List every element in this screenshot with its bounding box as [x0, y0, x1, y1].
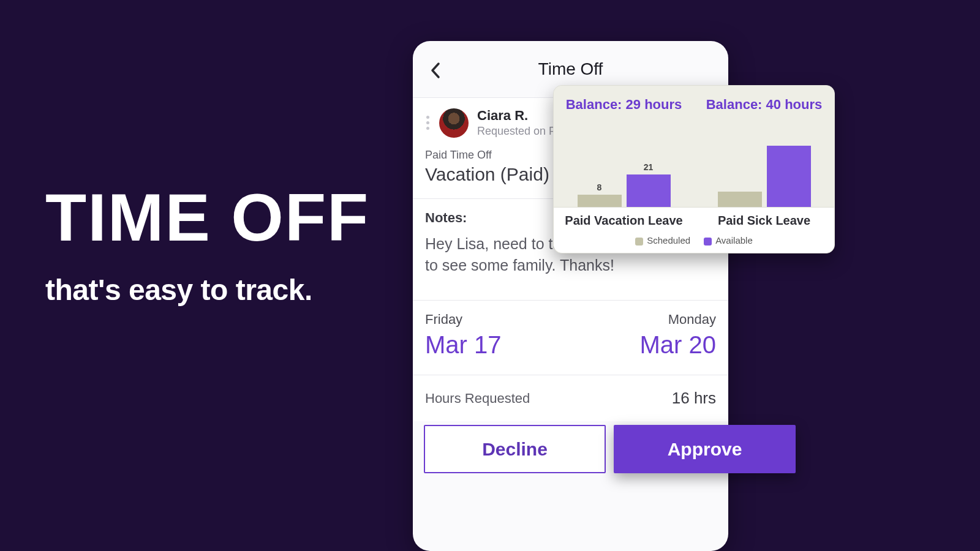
action-buttons: Decline Approve — [424, 425, 796, 473]
start-date-col: Friday Mar 17 — [425, 312, 502, 359]
start-dow: Friday — [425, 312, 502, 328]
hours-value: 16 hrs — [672, 389, 716, 408]
balance-col: Balance: 40 hours — [694, 86, 834, 207]
balance-title: Balance: 29 hours — [566, 97, 682, 113]
balance-bars — [694, 137, 834, 207]
bar-value-label: 21 — [644, 162, 654, 172]
end-date: Mar 20 — [640, 331, 717, 359]
bar-scheduled — [718, 192, 762, 207]
balance-name: Paid Vacation Leave — [554, 214, 694, 228]
balance-footer: Paid Vacation LeavePaid Sick Leave Sched… — [554, 208, 834, 253]
page-title: Time Off — [538, 59, 603, 79]
balance-bars: 821 — [554, 137, 694, 207]
balance-col: Balance: 29 hours821 — [554, 86, 694, 207]
approve-button[interactable]: Approve — [614, 425, 796, 473]
headline-sub: that's easy to track. — [45, 273, 369, 307]
headline-big: TIME OFF — [45, 184, 369, 251]
avatar — [439, 108, 469, 138]
balance-title: Balance: 40 hours — [706, 97, 823, 113]
bar-value-label: 8 — [597, 182, 602, 192]
chevron-left-icon — [430, 62, 441, 79]
balance-name: Paid Sick Leave — [694, 214, 834, 228]
end-dow: Monday — [640, 312, 717, 328]
dates-section: Friday Mar 17 Monday Mar 20 — [413, 300, 728, 375]
end-date-col: Monday Mar 20 — [640, 312, 717, 359]
hours-label: Hours Requested — [425, 391, 530, 407]
balance-legend: Scheduled Available — [554, 235, 834, 246]
legend-scheduled: Scheduled — [635, 235, 690, 246]
decline-button[interactable]: Decline — [424, 425, 606, 473]
bar-available — [767, 146, 811, 207]
legend-available: Available — [704, 235, 753, 246]
bar-scheduled — [578, 195, 622, 207]
marketing-headline: TIME OFF that's easy to track. — [45, 184, 369, 307]
start-date: Mar 17 — [425, 331, 502, 359]
bar-available — [627, 174, 671, 207]
back-button[interactable] — [426, 61, 445, 80]
kebab-menu[interactable] — [425, 112, 431, 133]
balance-card: Balance: 29 hours821Balance: 40 hours Pa… — [553, 85, 835, 253]
balance-charts: Balance: 29 hours821Balance: 40 hours — [554, 86, 834, 208]
hours-section: Hours Requested 16 hrs — [413, 375, 728, 421]
